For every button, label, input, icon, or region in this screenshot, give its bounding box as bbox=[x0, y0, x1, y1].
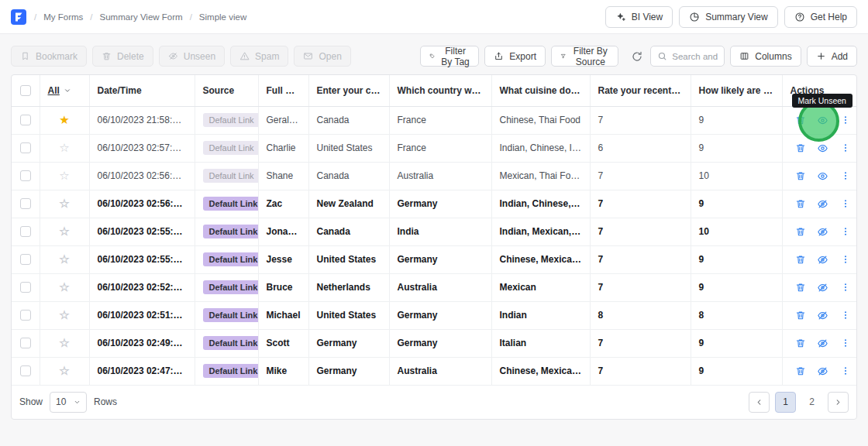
delete-row-icon[interactable] bbox=[790, 362, 811, 379]
star-icon[interactable]: ☆ bbox=[59, 252, 69, 266]
eye-off-icon bbox=[168, 51, 178, 61]
star-icon[interactable]: ★ bbox=[59, 113, 69, 126]
per-page-select[interactable]: 10 bbox=[50, 392, 87, 413]
row-checkbox[interactable] bbox=[20, 170, 31, 181]
eye-off-icon[interactable] bbox=[813, 362, 833, 379]
cuisine-cell: Mexican bbox=[491, 273, 590, 301]
filter-by-tag-button[interactable]: Filter By Tag bbox=[420, 46, 479, 67]
all-filter-header[interactable]: All bbox=[40, 75, 89, 106]
filter-by-source-button[interactable]: Filter By Source bbox=[551, 46, 618, 67]
likely-cell: 9 bbox=[691, 273, 782, 301]
row-checkbox[interactable] bbox=[20, 310, 31, 321]
kebab-menu-icon[interactable] bbox=[835, 223, 856, 240]
refresh-button[interactable] bbox=[629, 49, 645, 64]
source-cell: Default Link bbox=[195, 134, 258, 162]
breadcrumb-my-forms[interactable]: My Forms bbox=[43, 12, 83, 22]
select-all-checkbox[interactable] bbox=[20, 85, 31, 96]
bi-view-button[interactable]: BI View bbox=[605, 6, 673, 28]
page-2-button[interactable]: 2 bbox=[801, 392, 822, 413]
kebab-menu-icon[interactable] bbox=[835, 139, 856, 156]
kebab-menu-icon[interactable] bbox=[835, 279, 856, 296]
delete-button[interactable]: Delete bbox=[92, 46, 153, 67]
rate-cell: 7 bbox=[590, 106, 691, 134]
eye-off-icon[interactable] bbox=[813, 279, 833, 296]
row-checkbox[interactable] bbox=[20, 115, 31, 125]
kebab-menu-icon[interactable] bbox=[835, 195, 856, 212]
delete-row-icon[interactable] bbox=[790, 279, 811, 296]
eye-off-icon[interactable] bbox=[813, 251, 833, 268]
datetime-cell: 06/10/2023 02:52:02 AM bbox=[89, 273, 195, 301]
toolbar: Bookmark Delete Unseen Spam Open Filter … bbox=[0, 34, 868, 74]
columns-button[interactable]: Columns bbox=[730, 46, 801, 67]
kebab-menu-icon[interactable] bbox=[835, 334, 856, 352]
row-checkbox[interactable] bbox=[20, 254, 31, 265]
eye-icon[interactable] bbox=[813, 167, 833, 184]
delete-row-icon[interactable] bbox=[790, 334, 811, 352]
star-icon[interactable]: ☆ bbox=[59, 280, 69, 293]
add-label: Add bbox=[832, 51, 848, 62]
row-select-cell bbox=[12, 245, 40, 273]
breadcrumb-form-name[interactable]: Summary View Form bbox=[100, 12, 183, 22]
eye-off-icon[interactable] bbox=[813, 334, 833, 352]
page-1-button[interactable]: 1 bbox=[775, 392, 796, 413]
full-name-cell: Jonathan bbox=[258, 218, 308, 245]
star-icon[interactable]: ☆ bbox=[59, 364, 69, 377]
search-icon bbox=[657, 51, 667, 61]
next-page-button[interactable] bbox=[828, 392, 849, 413]
unseen-button[interactable]: Unseen bbox=[159, 46, 225, 67]
add-button[interactable]: Add bbox=[807, 46, 857, 67]
kebab-menu-icon[interactable] bbox=[835, 307, 856, 324]
eye-icon[interactable] bbox=[813, 112, 833, 129]
eye-off-icon[interactable] bbox=[813, 307, 833, 324]
star-icon[interactable]: ☆ bbox=[59, 141, 69, 154]
summary-view-button[interactable]: Summary View bbox=[679, 6, 777, 28]
star-icon[interactable]: ☆ bbox=[59, 169, 69, 182]
visit-country-cell: Germany bbox=[389, 301, 491, 329]
row-checkbox[interactable] bbox=[20, 365, 31, 376]
eye-off-icon[interactable] bbox=[813, 195, 833, 212]
star-icon[interactable]: ☆ bbox=[59, 308, 69, 321]
row-checkbox[interactable] bbox=[20, 142, 31, 153]
delete-row-icon[interactable] bbox=[790, 307, 811, 324]
star-icon[interactable]: ☆ bbox=[59, 197, 69, 210]
app-logo[interactable] bbox=[11, 9, 26, 25]
chevron-right-icon bbox=[834, 398, 842, 407]
kebab-menu-icon[interactable] bbox=[835, 167, 856, 184]
breadcrumb-view-name[interactable]: Simple view bbox=[199, 12, 246, 22]
table-row: ☆ 06/10/2023 02:52:02 AM Default Link Br… bbox=[12, 273, 856, 301]
row-checkbox[interactable] bbox=[20, 282, 31, 293]
delete-row-icon[interactable] bbox=[790, 112, 811, 129]
star-icon[interactable]: ☆ bbox=[59, 336, 69, 349]
pie-chart-icon bbox=[689, 12, 700, 22]
export-button[interactable]: Export bbox=[484, 46, 546, 67]
pagination: 1 2 bbox=[749, 392, 849, 413]
get-help-button[interactable]: Get Help bbox=[784, 6, 857, 28]
kebab-menu-icon[interactable] bbox=[835, 362, 856, 379]
delete-row-icon[interactable] bbox=[790, 223, 811, 240]
delete-row-icon[interactable] bbox=[790, 139, 811, 156]
rate-cell: 7 bbox=[590, 162, 691, 190]
prev-page-button[interactable] bbox=[749, 392, 770, 413]
delete-row-icon[interactable] bbox=[790, 251, 811, 268]
likely-cell: 9 bbox=[691, 134, 782, 162]
source-cell: Default Link bbox=[195, 329, 258, 357]
open-button[interactable]: Open bbox=[294, 46, 350, 67]
eye-icon[interactable] bbox=[813, 139, 833, 156]
row-checkbox[interactable] bbox=[20, 338, 31, 348]
eye-off-icon[interactable] bbox=[813, 223, 833, 240]
country-cell: United States bbox=[308, 134, 389, 162]
likely-cell: 9 bbox=[691, 106, 782, 134]
star-icon[interactable]: ☆ bbox=[59, 225, 69, 238]
responses-table-card: All Date/Time Source Full Name Enter you… bbox=[11, 74, 857, 420]
row-checkbox[interactable] bbox=[20, 226, 31, 237]
row-checkbox[interactable] bbox=[20, 198, 31, 209]
search-input[interactable] bbox=[672, 52, 718, 61]
source-badge: Default Link bbox=[203, 141, 259, 155]
table-row: ☆ 06/10/2023 02:56:09 AM Default Link Za… bbox=[12, 190, 856, 218]
delete-row-icon[interactable] bbox=[790, 167, 811, 184]
spam-button[interactable]: Spam bbox=[230, 46, 288, 67]
bookmark-button[interactable]: Bookmark bbox=[11, 46, 87, 67]
kebab-menu-icon[interactable] bbox=[835, 251, 856, 268]
delete-row-icon[interactable] bbox=[790, 195, 811, 212]
kebab-menu-icon[interactable] bbox=[835, 112, 856, 129]
